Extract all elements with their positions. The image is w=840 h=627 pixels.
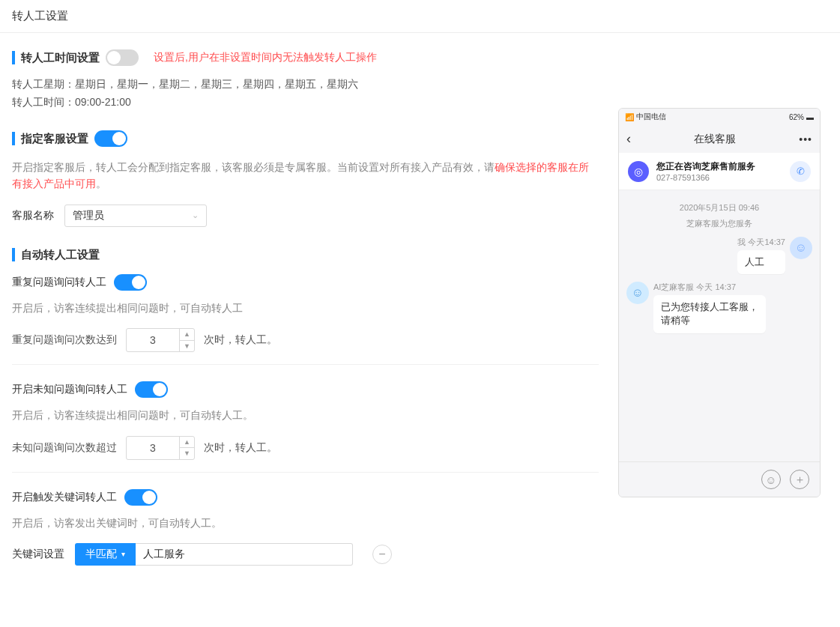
chat-header-title: 在线客服: [631, 133, 799, 146]
bot-avatar-icon: ☺: [626, 282, 649, 304]
agent-name-select[interactable]: 管理员 ⌄: [64, 205, 207, 227]
phone-call-icon[interactable]: ✆: [790, 161, 811, 182]
time-toggle[interactable]: [106, 49, 139, 66]
unknown-count-input[interactable]: 3 ▲ ▼: [126, 436, 195, 460]
chat-input-bar: ☺ ＋: [619, 461, 820, 497]
section-title-auto: 自动转人工设置: [21, 248, 100, 262]
banner-title: 您正在咨询芝麻售前服务: [656, 160, 782, 173]
chat-system-msg: 芝麻客服为您服务: [626, 218, 812, 229]
banner-phone-number: 027-87591366: [656, 173, 782, 182]
weekday-label: 转人工星期：: [12, 78, 75, 90]
user-message-row: 我 今天14:37 人工 ☺: [626, 237, 812, 274]
user-bubble: 人工: [737, 250, 785, 274]
repeat-block: 重复问题询问转人工 开启后，访客连续提出相同问题时，可自动转人工 重复问题询问次…: [12, 274, 599, 365]
weekday-line: 转人工星期：星期日，星期一，星期二，星期三，星期四，星期五，星期六: [12, 78, 599, 91]
repeat-label: 重复问题询问转人工: [12, 276, 106, 289]
agent-name-value: 管理员: [73, 209, 104, 222]
user-avatar-icon: ☺: [790, 237, 812, 259]
stepper-down-icon[interactable]: ▼: [180, 448, 194, 459]
chat-body: 2020年5月15日 09:46 芝麻客服为您服务 我 今天14:37 人工 ☺…: [619, 190, 820, 461]
stepper-up-icon[interactable]: ▲: [180, 329, 194, 341]
repeat-count-suffix: 次时，转人工。: [204, 333, 277, 347]
section-time-settings: 转人工时间设置 设置后,用户在非设置时间内无法触发转人工操作 转人工星期：星期日…: [12, 49, 599, 109]
emoji-icon[interactable]: ☺: [761, 470, 781, 489]
keyword-label: 开启触发关键词转人工: [12, 491, 117, 504]
weekday-value: 星期日，星期一，星期二，星期三，星期四，星期五，星期六: [75, 78, 358, 90]
signal-icon: 📶: [625, 113, 634, 121]
keyword-block: 开启触发关键词转人工 开启后，访客发出关键词时，可自动转人工。 关键词设置 半匹…: [12, 489, 599, 578]
stepper-up-icon[interactable]: ▲: [180, 437, 194, 449]
repeat-desc: 开启后，访客连续提出相同问题时，可自动转人工: [12, 300, 599, 316]
chat-date: 2020年5月15日 09:46: [626, 202, 812, 213]
repeat-toggle[interactable]: [114, 274, 147, 291]
remove-keyword-button[interactable]: −: [372, 545, 392, 564]
unknown-count-label: 未知问题询问次数超过: [12, 441, 117, 455]
agent-toggle[interactable]: [94, 130, 127, 147]
title-bar: [12, 132, 15, 145]
timerange-value: 09:00-21:00: [75, 96, 131, 108]
chat-banner: ◎ 您正在咨询芝麻售前服务 027-87591366 ✆: [619, 153, 820, 190]
bot-message-row: ☺ AI芝麻客服 今天 14:37 已为您转接人工客服，请稍等: [626, 282, 812, 333]
plus-icon[interactable]: ＋: [790, 470, 809, 489]
title-bar: [12, 248, 15, 261]
section-title-agent: 指定客服设置: [21, 132, 88, 146]
keyword-match-value: 半匹配: [85, 548, 117, 561]
section-agent-settings: 指定客服设置 开启指定客服后，转人工会分配到指定客服，该客服必须是专属客服。当前…: [12, 130, 599, 227]
keyword-match-select[interactable]: 半匹配 ▾: [75, 543, 136, 566]
time-hint: 设置后,用户在非设置时间内无法触发转人工操作: [154, 51, 377, 64]
unknown-block: 开启未知问题询问转人工 开启后，访客连续提出相同问题时，可自动转人工。 未知问题…: [12, 381, 599, 472]
unknown-desc: 开启后，访客连续提出相同问题时，可自动转人工。: [12, 407, 599, 423]
repeat-count-input[interactable]: 3 ▲ ▼: [126, 328, 195, 352]
repeat-count-label: 重复问题询问次数达到: [12, 333, 117, 347]
unknown-count-suffix: 次时，转人工。: [204, 441, 277, 455]
repeat-count-value: 3: [127, 329, 179, 351]
stepper-down-icon[interactable]: ▼: [180, 341, 194, 352]
user-meta: 我 今天14:37: [737, 237, 785, 248]
agent-name-label: 客服名称: [12, 209, 57, 222]
keyword-toggle[interactable]: [124, 489, 157, 506]
agent-desc-prefix: 开启指定客服后，转人工会分配到指定客服，该客服必须是专属客服。当前设置对所有接入…: [12, 161, 495, 173]
keyword-set-label: 关键词设置: [12, 548, 64, 561]
agent-desc-suffix: 。: [96, 178, 106, 190]
phone-preview: 📶 中国电信 62% ▬ ‹ 在线客服 ••• ◎ 您正在咨询芝麻售前服务 02…: [618, 108, 821, 497]
phone-status-bar: 📶 中国电信 62% ▬: [619, 109, 820, 125]
keyword-input[interactable]: [136, 543, 353, 566]
agent-desc: 开启指定客服后，转人工会分配到指定客服，该客服必须是专属客服。当前设置对所有接入…: [12, 159, 599, 193]
timerange-label: 转人工时间：: [12, 96, 75, 108]
battery-percent: 62%: [789, 113, 804, 121]
unknown-label: 开启未知问题询问转人工: [12, 383, 127, 396]
bot-bubble: 已为您转接人工客服，请稍等: [653, 295, 766, 333]
title-bar: [12, 51, 15, 64]
more-icon[interactable]: •••: [799, 133, 812, 145]
chevron-down-icon: ⌄: [192, 210, 199, 220]
section-title-time: 转人工时间设置: [21, 51, 100, 65]
battery-icon: ▬: [806, 113, 814, 121]
chevron-down-icon: ▾: [121, 550, 125, 558]
keyword-desc: 开启后，访客发出关键词时，可自动转人工。: [12, 515, 599, 531]
unknown-count-value: 3: [127, 437, 179, 459]
carrier-name: 中国电信: [636, 112, 666, 122]
page-title: 转人工设置: [0, 0, 840, 33]
section-auto-transfer: 自动转人工设置 重复问题询问转人工 开启后，访客连续提出相同问题时，可自动转人工…: [12, 248, 599, 578]
service-avatar-icon: ◎: [628, 161, 649, 182]
unknown-toggle[interactable]: [135, 381, 168, 398]
time-line: 转人工时间：09:00-21:00: [12, 96, 599, 109]
bot-meta: AI芝麻客服 今天 14:37: [653, 282, 766, 293]
